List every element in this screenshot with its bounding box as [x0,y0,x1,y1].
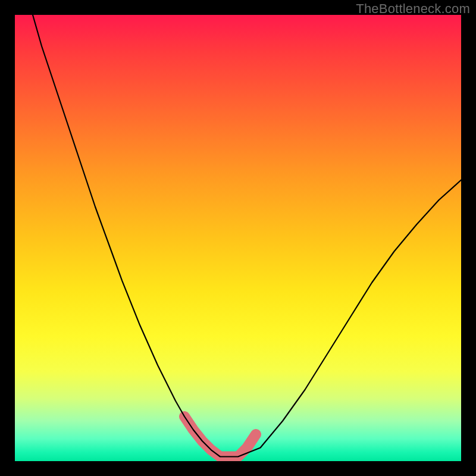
optimal-range-curve [184,416,256,457]
chart-frame: TheBottleneck.com [0,0,476,476]
curve-layer [15,15,461,461]
watermark-text: TheBottleneck.com [356,1,470,17]
bottleneck-curve [33,15,461,457]
plot-area [15,15,461,461]
